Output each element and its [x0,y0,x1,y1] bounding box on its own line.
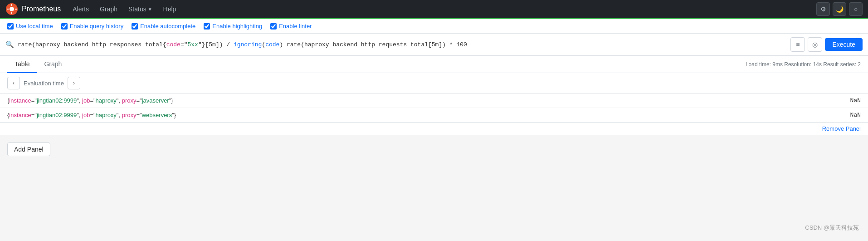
enable-linter-checkbox[interactable] [270,23,277,30]
metric-label-0: {instance="jingtian02:9999", job="haprox… [7,97,850,104]
prometheus-logo [5,3,18,15]
theme-toggle-button[interactable]: 🌙 [833,2,846,16]
eval-time-label: Evaluation time [24,80,64,87]
panel-meta: Load time: 9ms Resolution: 14s Result se… [746,57,861,72]
query-history-button[interactable]: ≡ [790,37,805,52]
settings-button[interactable]: ⚙ [816,2,830,16]
enable-highlighting-option[interactable]: Enable highlighting [204,23,262,30]
remove-panel-bar: Remove Panel [0,122,868,135]
enable-query-history-option[interactable]: Enable query history [61,23,124,30]
panel-tabs: Table Graph Load time: 9ms Resolution: 1… [0,56,868,73]
remove-panel-link[interactable]: Remove Panel [822,125,861,132]
query-display: rate(haproxy_backend_http_responses_tota… [18,41,467,48]
tab-graph[interactable]: Graph [37,56,69,73]
nav-help[interactable]: Help [159,3,181,15]
options-bar: Use local time Enable query history Enab… [0,19,868,34]
eval-prev-button[interactable]: ‹ [7,77,20,89]
enable-query-history-checkbox[interactable] [61,23,68,30]
nav-alerts[interactable]: Alerts [68,3,93,15]
svg-rect-4 [7,9,9,10]
navbar-right: ⚙ 🌙 ○ [816,2,863,16]
enable-autocomplete-label: Enable autocomplete [140,23,195,30]
use-local-time-option[interactable]: Use local time [7,23,53,30]
enable-query-history-label: Enable query history [70,23,124,30]
enable-highlighting-label: Enable highlighting [212,23,262,30]
svg-rect-5 [15,9,17,10]
enable-autocomplete-option[interactable]: Enable autocomplete [132,23,195,30]
enable-linter-option[interactable]: Enable linter [270,23,312,30]
table-row: {instance="jingtian02:9999", job="haprox… [0,108,868,122]
user-button[interactable]: ○ [849,2,863,16]
tab-table[interactable]: Table [7,56,37,73]
table-row: {instance="jingtian02:9999", job="haprox… [0,93,868,108]
results-table: {instance="jingtian02:9999", job="haprox… [0,93,868,122]
metric-value-1: NaN [850,112,861,118]
search-actions: ≡ ◎ Execute [790,37,863,52]
svg-point-1 [10,7,14,11]
search-icon: 🔍 [5,40,14,49]
metric-value-0: NaN [850,97,861,104]
add-panel-button[interactable]: Add Panel [7,143,50,156]
search-bar: 🔍 rate(haproxy_backend_http_responses_to… [0,34,868,56]
metric-explorer-button[interactable]: ◎ [808,37,822,52]
main-nav: Alerts Graph Status▼ Help [68,3,180,15]
add-panel-area: Add Panel [0,135,868,163]
query-input[interactable]: rate(haproxy_backend_http_responses_tota… [18,41,787,48]
results-panel: Table Graph Load time: 9ms Resolution: 1… [0,56,868,135]
enable-highlighting-checkbox[interactable] [204,23,210,30]
metric-label-1: {instance="jingtian02:9999", job="haprox… [7,112,850,118]
navbar: Prometheus Alerts Graph Status▼ Help ⚙ 🌙… [0,0,868,19]
enable-linter-label: Enable linter [279,23,312,30]
use-local-time-label: Use local time [16,23,53,30]
nav-graph[interactable]: Graph [95,3,122,15]
svg-rect-2 [11,4,12,6]
enable-autocomplete-checkbox[interactable] [132,23,138,30]
svg-rect-3 [11,12,12,14]
eval-next-button[interactable]: › [68,77,80,89]
nav-status[interactable]: Status▼ [124,3,157,15]
execute-button[interactable]: Execute [825,38,863,51]
eval-bar: ‹ Evaluation time › [0,73,868,93]
app-title: Prometheus [22,5,61,13]
brand: Prometheus [5,3,61,15]
use-local-time-checkbox[interactable] [7,23,14,30]
